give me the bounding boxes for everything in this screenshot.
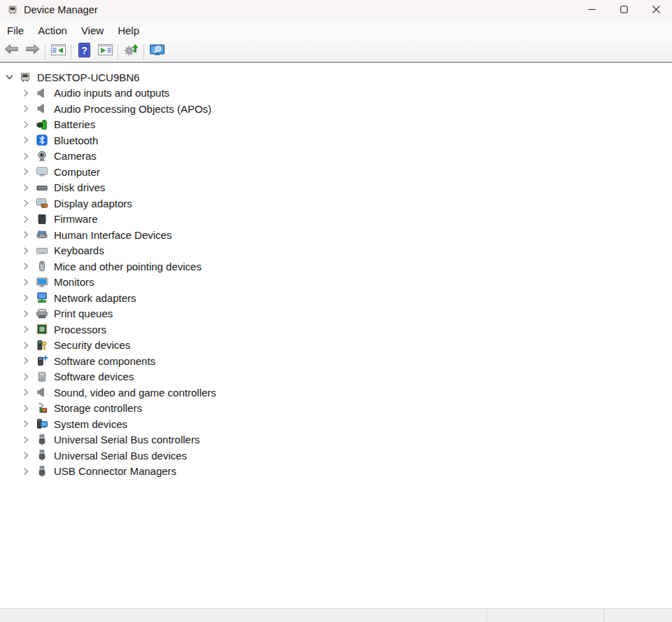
help-button[interactable]: ?: [74, 42, 94, 61]
tree-item-computer[interactable]: Computer: [0, 164, 672, 180]
tree-item-display-adaptors[interactable]: Display adaptors: [0, 195, 672, 212]
chevron-down-icon[interactable]: [4, 71, 15, 83]
tree-item-print-queues[interactable]: Print queues: [0, 306, 672, 322]
status-section-2: [486, 609, 603, 622]
menu-item-action[interactable]: Action: [31, 22, 74, 39]
tree-item-disk-drives[interactable]: Disk drives: [0, 180, 672, 196]
search-devices-button[interactable]: [146, 42, 167, 61]
tree-item-label: Audio Processing Objects (APOs): [54, 103, 211, 115]
chevron-right-icon[interactable]: [20, 103, 31, 114]
show-console-tree-button[interactable]: [48, 42, 69, 61]
toolbar: ?: [0, 41, 672, 63]
tree-item-label: Network adapters: [54, 292, 136, 304]
chevron-right-icon[interactable]: [20, 387, 31, 398]
chevron-right-icon[interactable]: [20, 119, 31, 130]
tree-item-universal-serial-bus-devices[interactable]: Universal Serial Bus devices: [0, 448, 672, 464]
tree-item-mice-and-other-pointing-devices[interactable]: Mice and other pointing devices: [0, 258, 672, 275]
tree-item-processors[interactable]: Processors: [0, 322, 672, 338]
tree-item-label: Disk drives: [54, 181, 105, 193]
chevron-right-icon[interactable]: [20, 88, 31, 99]
chevron-right-icon[interactable]: [20, 403, 31, 414]
tree-item-bluetooth[interactable]: Bluetooth: [0, 132, 672, 148]
menu-bar: FileActionViewHelp: [0, 20, 672, 41]
chevron-right-icon[interactable]: [20, 261, 31, 272]
monitor-search-icon: [149, 42, 165, 61]
menu-item-file[interactable]: File: [0, 22, 31, 39]
security-key-icon: [36, 339, 48, 352]
tree-item-label: Human Interface Devices: [54, 229, 172, 241]
status-section-3: [603, 609, 671, 622]
toolbar-separator: [118, 44, 118, 60]
usb-plug-icon: [36, 434, 48, 446]
tree-item-sound-video-and-game-controllers[interactable]: Sound, video and game controllers: [0, 385, 672, 401]
tree-item-label: USB Connector Managers: [54, 465, 176, 477]
speaker-icon: [36, 87, 48, 99]
chevron-right-icon[interactable]: [20, 418, 31, 429]
tree-item-keyboards[interactable]: Keyboards: [0, 243, 672, 259]
tree-item-label: Keyboards: [54, 244, 104, 256]
tree-item-audio-processing-objects-apos[interactable]: Audio Processing Objects (APOs): [0, 101, 672, 117]
toolbar-separator: [144, 44, 144, 60]
tree-item-universal-serial-bus-controllers[interactable]: Universal Serial Bus controllers: [0, 432, 672, 448]
chevron-right-icon[interactable]: [20, 371, 31, 382]
chevron-right-icon[interactable]: [20, 182, 31, 193]
storage-controller-icon: [36, 402, 48, 415]
chevron-right-icon[interactable]: [20, 277, 31, 288]
printer-icon: [36, 307, 48, 320]
chevron-right-icon[interactable]: [20, 466, 31, 477]
svg-text:?: ?: [81, 45, 88, 56]
close-button[interactable]: [640, 0, 672, 20]
close-icon: [652, 5, 660, 15]
menu-item-view[interactable]: View: [74, 22, 111, 39]
chevron-right-icon[interactable]: [20, 245, 31, 256]
chevron-right-icon[interactable]: [20, 355, 31, 366]
chevron-right-icon[interactable]: [20, 308, 31, 319]
tree-item-label: Processors: [54, 324, 106, 336]
arrow-left-icon: [4, 42, 20, 61]
software-component-icon: [36, 354, 48, 367]
minimize-button[interactable]: [575, 0, 608, 20]
disk-drive-icon: [36, 181, 48, 194]
status-section-1: [0, 609, 486, 622]
tree-item-network-adapters[interactable]: Network adapters: [0, 290, 672, 306]
chevron-right-icon[interactable]: [20, 166, 31, 177]
chevron-right-icon[interactable]: [20, 450, 31, 461]
tree-item-cameras[interactable]: Cameras: [0, 148, 672, 165]
chevron-right-icon[interactable]: [20, 324, 31, 335]
computer-icon: [36, 165, 48, 178]
software-device-icon: [36, 371, 48, 383]
scan-for-hardware-changes-button[interactable]: [120, 42, 141, 61]
tree-item-audio-inputs-and-outputs[interactable]: Audio inputs and outputs: [0, 85, 672, 102]
tree-item-firmware[interactable]: Firmware: [0, 212, 672, 228]
status-bar: [0, 608, 672, 622]
tree-item-label: Firmware: [54, 213, 98, 225]
chevron-right-icon[interactable]: [20, 229, 31, 240]
speaker-icon: [36, 102, 48, 115]
tree-item-label: Software components: [54, 355, 155, 367]
chevron-right-icon[interactable]: [20, 434, 31, 445]
tree-item-human-interface-devices[interactable]: Human Interface Devices: [0, 227, 672, 243]
tree-item-monitors[interactable]: Monitors: [0, 275, 672, 291]
show-action-pane-button[interactable]: [94, 42, 115, 61]
chevron-right-icon[interactable]: [20, 151, 31, 162]
tree-item-software-devices[interactable]: Software devices: [0, 369, 672, 385]
tree-item-usb-connector-managers[interactable]: USB Connector Managers: [0, 464, 672, 480]
chevron-right-icon[interactable]: [20, 214, 31, 225]
window-title: Device Manager: [24, 4, 98, 15]
chevron-right-icon[interactable]: [20, 340, 31, 351]
tree-item-system-devices[interactable]: System devices: [0, 416, 672, 432]
tree-item-security-devices[interactable]: Security devices: [0, 338, 672, 354]
chevron-right-icon[interactable]: [20, 134, 31, 146]
window-controls: [575, 0, 672, 20]
chevron-right-icon[interactable]: [20, 198, 31, 209]
tree-root-computer[interactable]: DESKTOP-UCU9BN6: [0, 69, 672, 85]
maximize-button[interactable]: [608, 0, 640, 20]
chevron-right-icon[interactable]: [20, 292, 31, 303]
tree-item-software-components[interactable]: Software components: [0, 353, 672, 369]
forward-button[interactable]: [22, 42, 43, 61]
menu-item-help[interactable]: Help: [111, 22, 146, 39]
tree-item-label: Computer: [54, 166, 100, 178]
tree-item-batteries[interactable]: Batteries: [0, 117, 672, 133]
back-button[interactable]: [1, 42, 22, 61]
tree-item-storage-controllers[interactable]: Storage controllers: [0, 401, 672, 417]
